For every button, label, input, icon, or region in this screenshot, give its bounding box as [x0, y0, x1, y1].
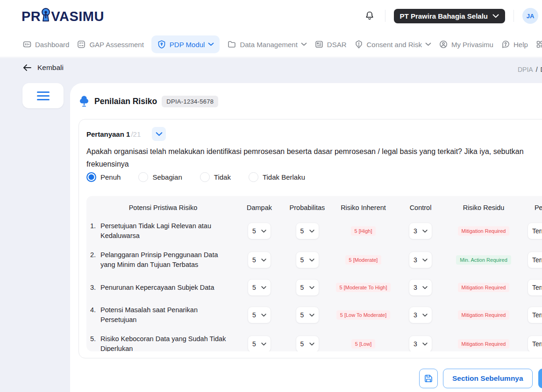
notifications-bell-icon[interactable] — [363, 9, 377, 23]
col-header-risiko-inherent: Risiko Inherent — [332, 204, 395, 211]
radio-option-sebagian[interactable]: Sebagian — [138, 172, 182, 182]
radio-unselected-icon — [200, 172, 210, 182]
control-select[interactable]: 3 — [409, 252, 432, 268]
nav-item-consent-and-risk[interactable]: Consent and Risk — [354, 40, 431, 49]
nav-item-dsar[interactable]: DSAR — [314, 40, 347, 49]
radio-selected-icon — [86, 172, 96, 182]
penanganan-select[interactable]: Terminate — [528, 252, 542, 268]
radio-label: Tidak — [214, 173, 231, 181]
dampak-select[interactable]: 5 — [248, 279, 271, 296]
app-header: PR VASIMU PT Prawira Bahagia Selalu JA — [0, 0, 542, 32]
app-logo[interactable]: PR VASIMU — [21, 7, 104, 24]
chevron-down-icon — [309, 343, 314, 346]
risk-table-header: Potensi Pristiwa Risiko Dampak Probabili… — [90, 199, 542, 217]
chevron-down-icon — [309, 286, 314, 289]
dampak-select[interactable]: 5 — [248, 252, 271, 268]
risk-row-1: 1.Persetujuan Tidak Lagi Relevan atau Ke… — [90, 217, 542, 245]
risk-number: 2. — [90, 250, 100, 260]
chevron-down-icon — [492, 14, 499, 18]
penanganan-select[interactable]: Terminate — [528, 336, 542, 351]
risk-number: 4. — [90, 305, 100, 315]
chevron-down-icon — [156, 132, 163, 136]
nav-item-data-management[interactable]: Data Management — [227, 40, 307, 49]
control-select[interactable]: 3 — [409, 307, 432, 323]
hamburger-icon — [37, 91, 50, 93]
probabilitas-select[interactable]: 5 — [296, 223, 319, 239]
radio-label: Penuh — [100, 173, 121, 181]
radio-option-tidak-berlaku[interactable]: Tidak Berlaku — [249, 172, 305, 182]
question-total: /21 — [131, 130, 141, 138]
risiko-inherent-badge: 5 [Moderate] — [345, 255, 382, 265]
chevron-down-icon — [422, 286, 428, 289]
grid-icon — [535, 40, 542, 49]
col-header-potensi: Potensi Pristiwa Risiko — [90, 204, 236, 211]
radio-option-penuh[interactable]: Penuh — [86, 172, 121, 182]
sidebar-toggle-button[interactable] — [22, 83, 64, 108]
nav-item-pdp-modul[interactable]: PDP Modul — [151, 35, 220, 53]
col-header-dampak: Dampak — [236, 204, 283, 211]
radio-label: Tidak Berlaku — [263, 173, 305, 181]
control-select[interactable]: 3 — [409, 336, 432, 351]
chevron-down-icon — [261, 286, 266, 289]
question-collapse-button[interactable] — [152, 127, 166, 141]
submit-button[interactable]: Simpan — [538, 369, 542, 388]
probabilitas-select[interactable]: 5 — [296, 252, 319, 268]
dampak-select[interactable]: 5 — [248, 307, 271, 323]
header-divider — [385, 10, 385, 22]
organization-selector[interactable]: PT Prawira Bahagia Selalu — [394, 9, 505, 23]
nav-item-dashboard[interactable]: Dashboard — [22, 40, 69, 49]
question-bubble-icon — [501, 40, 510, 49]
risk-row-4: 4.Potensi Masalah saat Penarikan Persetu… — [90, 301, 542, 329]
footer-actions: Section Sebelumnya Simpan — [419, 369, 542, 388]
save-draft-button[interactable] — [419, 369, 438, 388]
user-avatar[interactable]: JA — [522, 8, 538, 24]
control-select[interactable]: 3 — [409, 223, 432, 239]
radio-unselected-icon — [249, 172, 258, 182]
nav-item-gap-assessment[interactable]: GAP Assessment — [77, 40, 143, 49]
control-select[interactable]: 3 — [409, 279, 432, 296]
dampak-select[interactable]: 5 — [248, 336, 271, 351]
nav-label: Data Management — [240, 41, 297, 49]
previous-section-button[interactable]: Section Sebelumnya — [443, 369, 533, 388]
main-nav: Dashboard GAP Assessment PDP Modul Data … — [0, 32, 542, 57]
folder-icon — [227, 40, 236, 49]
breadcrumb: DPIA/DPIA-1234-5678 — [518, 66, 542, 73]
nav-label: GAP Assessment — [89, 41, 143, 49]
risiko-residu-badge: Mitigation Required — [458, 339, 510, 349]
penanganan-select[interactable]: Terminate — [528, 307, 542, 323]
risiko-inherent-badge: 5 [High] — [351, 226, 376, 236]
radio-label: Sebagian — [152, 173, 182, 181]
penanganan-select[interactable]: Terminate — [528, 223, 542, 239]
back-label: Kembali — [37, 63, 64, 72]
header-divider — [513, 10, 514, 22]
penanganan-select[interactable]: Terminate — [528, 279, 542, 296]
risk-number: 5. — [90, 334, 100, 344]
risk-name: Penurunan Kepercayaan Subjek Data — [100, 283, 214, 293]
nav-label: DSAR — [327, 41, 347, 49]
shield-keyhole-icon — [157, 40, 166, 49]
nav-item-lainnya[interactable]: Lainnya — [535, 40, 542, 49]
chevron-down-icon — [309, 259, 314, 262]
nav-item-help[interactable]: Help — [501, 40, 528, 49]
radio-option-tidak[interactable]: Tidak — [200, 172, 231, 182]
id-card-icon — [314, 40, 324, 49]
probabilitas-select[interactable]: 5 — [296, 307, 319, 323]
dampak-select[interactable]: 5 — [248, 223, 271, 239]
nav-item-my-privasimu[interactable]: My Privasimu — [439, 40, 493, 49]
organization-name: PT Prawira Bahagia Selalu — [400, 12, 488, 20]
risiko-residu-badge: Mitigation Required — [458, 226, 510, 236]
probabilitas-select[interactable]: 5 — [296, 336, 319, 351]
nav-label: PDP Modul — [170, 41, 205, 49]
chevron-down-icon — [309, 314, 314, 317]
risk-name: Persetujuan Tidak Lagi Relevan atau Keda… — [100, 221, 230, 241]
chevron-down-icon — [301, 42, 307, 46]
chevron-down-icon — [309, 230, 314, 233]
nav-label: Consent and Risk — [367, 41, 422, 49]
breadcrumb-dpia[interactable]: DPIA — [518, 66, 533, 73]
keyhole-icon — [41, 7, 50, 24]
probabilitas-select[interactable]: 5 — [296, 279, 319, 296]
risk-number: 3. — [90, 283, 100, 293]
question-text: Apakah organisasi telah melakukan identi… — [86, 145, 541, 170]
floppy-disk-icon — [423, 373, 434, 384]
back-link[interactable]: Kembali — [22, 63, 64, 72]
